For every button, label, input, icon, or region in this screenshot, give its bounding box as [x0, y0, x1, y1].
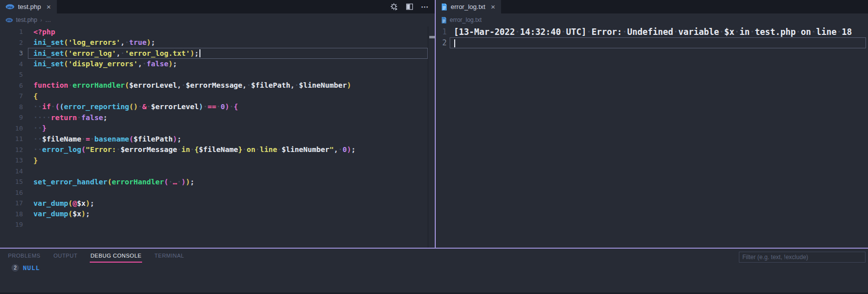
line-content: ··$fileName·=·basename($filePath);	[23, 135, 181, 143]
line-number[interactable]: 10	[0, 125, 23, 132]
line-content: [13-Mar-2022·14:32:40·UTC]·Error:·Undefi…	[447, 27, 852, 37]
code-line-18[interactable]: 18var_dump($x);	[0, 209, 435, 220]
text-cursor	[454, 39, 455, 47]
code-line-8[interactable]: 8··if·((error_reporting()·&·$errorLevel)…	[0, 102, 435, 113]
console-output-row[interactable]: 2 NULL	[11, 264, 40, 272]
line-content: <?php	[23, 28, 55, 36]
code-line-16[interactable]: 16	[0, 187, 435, 198]
vscode-window: { "left_editor": { "tab": {"label": "tes…	[0, 0, 868, 294]
code-line-19[interactable]: 19	[0, 219, 435, 230]
php-icon: php	[5, 18, 13, 22]
line-number[interactable]: 14	[0, 167, 23, 175]
panel-tab-terminal[interactable]: TERMINAL	[154, 251, 185, 263]
line-content: function·errorHandler($errorLevel,·$erro…	[23, 81, 351, 89]
panel-tab-debug-console[interactable]: DEBUG CONSOLE	[90, 251, 142, 263]
line-number[interactable]: 16	[0, 189, 23, 196]
tab-label: test.php	[18, 3, 41, 10]
panel-tab-output[interactable]: OUTPUT	[53, 251, 78, 263]
chevron-right-icon: ›	[40, 17, 42, 23]
left-tab-bar: php test.php ×	[0, 0, 435, 13]
code-line-2[interactable]: 2ini_set('log_errors',·true);	[0, 37, 435, 48]
line-number[interactable]: 11	[0, 135, 23, 143]
tab-test-php[interactable]: php test.php ×	[0, 0, 57, 13]
debug-console-filter-input[interactable]	[739, 252, 866, 263]
code-line-11[interactable]: 11··$fileName·=·basename($filePath);	[0, 134, 435, 145]
line-number[interactable]: 13	[0, 156, 23, 164]
right-editor-pane: error_log.txt × error_log.txt 1[13-Mar-2…	[436, 0, 868, 248]
line-content: var_dump($x);	[23, 210, 90, 218]
line-content: ··error_log("Error:·$errorMessage·in·{$f…	[23, 146, 355, 153]
line-number[interactable]: 19	[0, 221, 23, 228]
breadcrumb[interactable]: error_log.txt	[436, 13, 868, 26]
more-actions-icon[interactable]: ⋯	[421, 2, 429, 11]
breadcrumb-file[interactable]: test.php	[16, 16, 37, 23]
svg-text:php: php	[7, 5, 13, 8]
line-number[interactable]: 3	[0, 49, 23, 57]
line-number[interactable]: 4	[0, 60, 23, 68]
code-line-1[interactable]: 1[13-Mar-2022·14:32:40·UTC]·Error:·Undef…	[436, 26, 868, 37]
code-line-12[interactable]: 12··error_log("Error:·$errorMessage·in·{…	[0, 145, 435, 155]
line-number[interactable]: 18	[0, 210, 23, 218]
breadcrumb-more[interactable]: …	[45, 16, 51, 23]
left-editor-pane: php test.php ×	[0, 0, 435, 248]
line-number[interactable]: 8	[0, 103, 23, 111]
panel-tab-problems[interactable]: PROBLEMS	[7, 251, 41, 263]
line-content: {	[23, 92, 38, 100]
code-line-4[interactable]: 4ini_set('display_errors',·false);	[0, 59, 435, 70]
run-or-debug-icon[interactable]	[390, 2, 398, 11]
code-line-6[interactable]: 6function·errorHandler($errorLevel,·$err…	[0, 80, 435, 91]
code-line-5[interactable]: 5	[0, 69, 435, 80]
tab-label: error_log.txt	[451, 3, 485, 10]
line-number[interactable]: 5	[0, 71, 23, 78]
line-content: }	[23, 156, 38, 164]
repeat-count-badge: 2	[11, 264, 19, 272]
close-icon[interactable]: ×	[46, 3, 51, 10]
code-line-2[interactable]: 2	[436, 37, 868, 48]
line-number[interactable]: 17	[0, 199, 23, 207]
panel-tab-bar: PROBLEMSOUTPUTDEBUG CONSOLETERMINAL	[7, 251, 184, 263]
line-content: ini_set('display_errors',·false);	[23, 60, 177, 68]
text-file-icon	[441, 17, 447, 23]
code-line-17[interactable]: 17var_dump(@$x);	[0, 198, 435, 209]
bottom-panel: PROBLEMSOUTPUTDEBUG CONSOLETERMINAL 2 NU…	[0, 248, 868, 294]
code-line-7[interactable]: 7{	[0, 91, 435, 102]
line-number[interactable]: 1	[0, 28, 23, 35]
text-file-icon	[441, 3, 447, 10]
tab-error-log-txt[interactable]: error_log.txt ×	[436, 0, 501, 13]
code-line-3[interactable]: 3ini_set('error_log',·'error_log.txt');	[0, 48, 435, 59]
line-content: set_error_handler(errorHandler(·…·));	[23, 178, 194, 186]
close-icon[interactable]: ×	[490, 3, 496, 10]
overview-ruler-marker	[429, 36, 435, 38]
code-line-13[interactable]: 13}	[0, 155, 435, 166]
code-line-15[interactable]: 15set_error_handler(errorHandler(·…·));	[0, 176, 435, 187]
code-line-10[interactable]: 10··}	[0, 123, 435, 134]
line-content	[447, 38, 455, 48]
line-content: ····return·false;	[23, 114, 107, 122]
code-editor-test-php[interactable]: 1<?php2ini_set('log_errors',·true);3ini_…	[0, 26, 435, 248]
line-number[interactable]: 12	[0, 146, 23, 153]
code-line-1[interactable]: 1<?php	[0, 26, 435, 37]
console-value: NULL	[23, 264, 40, 272]
line-number[interactable]: 9	[0, 114, 23, 121]
breadcrumb[interactable]: php test.php › …	[0, 13, 435, 26]
code-line-14[interactable]: 14	[0, 166, 435, 177]
line-number[interactable]: 1	[436, 27, 447, 36]
editor-actions: ⋯	[390, 0, 429, 13]
line-content: ini_set('error_log',·'error_log.txt');	[23, 49, 200, 57]
line-number[interactable]: 7	[0, 92, 23, 100]
code-editor-error-log[interactable]: 1[13-Mar-2022·14:32:40·UTC]·Error:·Undef…	[436, 26, 868, 248]
svg-text:php: php	[7, 19, 11, 21]
line-content: ini_set('log_errors',·true);	[23, 38, 155, 46]
line-number[interactable]: 2	[436, 38, 447, 47]
line-content: var_dump(@$x);	[23, 199, 94, 207]
php-icon: php	[5, 4, 14, 9]
split-editor-icon[interactable]	[406, 3, 413, 10]
line-number[interactable]: 15	[0, 178, 23, 185]
text-cursor	[199, 49, 200, 57]
breadcrumb-file[interactable]: error_log.txt	[450, 16, 482, 23]
line-number[interactable]: 6	[0, 82, 23, 89]
line-content: ··}	[23, 124, 46, 132]
code-line-9[interactable]: 9····return·false;	[0, 112, 435, 123]
line-number[interactable]: 2	[0, 39, 23, 46]
scrollbar[interactable]	[428, 26, 435, 248]
